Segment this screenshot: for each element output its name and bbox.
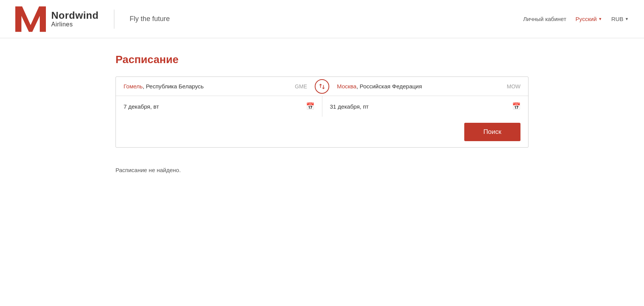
destination-text: Москва, Российская Федерация	[337, 83, 422, 90]
origin-text: Гомель, Республика Беларусь	[124, 83, 204, 90]
search-button[interactable]: Поиск	[464, 123, 520, 141]
language-selector[interactable]: Русский ▼	[576, 16, 602, 22]
return-day: пт	[361, 103, 369, 110]
search-btn-row: Поиск	[116, 117, 528, 147]
return-date: 31 декабря,	[330, 103, 361, 110]
header-tagline: Fly the future	[130, 15, 523, 23]
currency-dropdown-arrow: ▼	[625, 17, 629, 21]
origin-city: Гомель	[124, 83, 143, 90]
destination-region: , Российская Федерация	[356, 83, 422, 90]
destination-code: MOW	[507, 83, 520, 90]
logo-sub: Airlines	[51, 21, 99, 28]
svg-marker-0	[15, 6, 46, 32]
logo: Nordwind Airlines	[15, 6, 99, 33]
return-calendar-icon[interactable]: 📅	[512, 102, 520, 111]
destination-city: Москва	[337, 83, 356, 90]
origin-code: GME	[295, 83, 307, 90]
swap-button[interactable]	[315, 79, 329, 94]
departure-date-text: 7 декабря, вт	[124, 103, 159, 110]
page-title: Расписание	[115, 54, 529, 66]
route-row: Гомель, Республика Беларусь GME Москва, …	[116, 77, 528, 96]
departure-calendar-icon[interactable]: 📅	[306, 102, 314, 111]
departure-day: вт	[152, 103, 159, 110]
search-form: Гомель, Республика Беларусь GME Москва, …	[115, 76, 529, 148]
return-date-field[interactable]: 31 декабря, пт 📅	[322, 96, 529, 117]
no-results-message: Расписание не найдено.	[115, 163, 529, 177]
personal-cabinet-link[interactable]: Личный кабинет	[523, 16, 566, 22]
departure-date: 7 декабря,	[124, 103, 152, 110]
departure-date-field[interactable]: 7 декабря, вт 📅	[116, 96, 322, 117]
site-header: Nordwind Airlines Fly the future Личный …	[0, 0, 644, 38]
logo-text: Nordwind Airlines	[51, 10, 99, 28]
header-right: Личный кабинет Русский ▼ RUB ▼	[523, 16, 629, 22]
main-content: Расписание Гомель, Республика Беларусь G…	[93, 38, 551, 200]
swap-icon	[319, 83, 325, 90]
currency-selector[interactable]: RUB ▼	[611, 16, 629, 22]
origin-region: , Республика Беларусь	[143, 83, 203, 90]
language-dropdown-arrow: ▼	[598, 17, 602, 21]
language-label: Русский	[576, 16, 597, 22]
currency-label: RUB	[611, 16, 623, 22]
logo-name: Nordwind	[51, 10, 99, 21]
header-divider	[114, 10, 114, 29]
origin-field[interactable]: Гомель, Республика Беларусь GME	[116, 77, 315, 96]
logo-icon	[15, 6, 46, 33]
destination-field[interactable]: Москва, Российская Федерация MOW	[329, 77, 528, 96]
return-date-text: 31 декабря, пт	[330, 103, 369, 110]
dates-row: 7 декабря, вт 📅 31 декабря, пт 📅	[116, 96, 528, 117]
